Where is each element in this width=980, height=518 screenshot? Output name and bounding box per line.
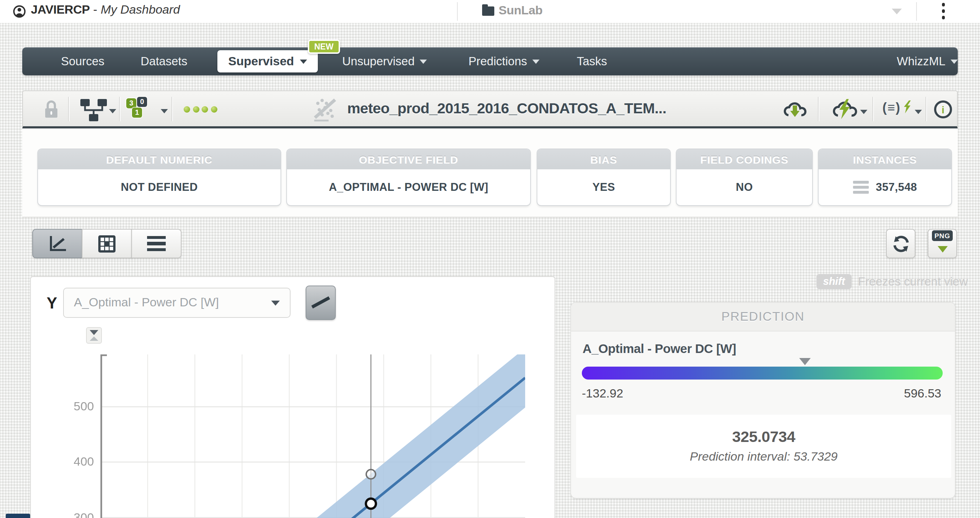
shift-hint: shift Freezes current view	[817, 274, 968, 289]
chart-view-button[interactable]	[32, 229, 83, 258]
regression-plot[interactable]	[100, 354, 525, 518]
hint-text: Freezes current view	[858, 275, 968, 288]
shift-key-badge: shift	[817, 274, 851, 289]
nav-tasks[interactable]: Tasks	[577, 48, 607, 75]
interval-value: 53.7329	[794, 450, 838, 464]
refresh-icon	[891, 234, 910, 253]
chart-view-icon	[48, 235, 67, 253]
toolbar-separator	[872, 97, 873, 121]
card-field-codings: FIELD CODINGS NO	[676, 149, 812, 205]
user-avatar-icon[interactable]	[13, 5, 26, 18]
card-instances: INSTANCES 357,548	[819, 149, 951, 205]
model-tree-icon[interactable]	[80, 99, 107, 121]
prediction-value-box: 325.0734 Prediction interval: 53.7329	[576, 415, 951, 478]
prediction-args-icon[interactable]: (≡)	[883, 100, 912, 116]
card-label: INSTANCES	[819, 149, 951, 169]
y-axis-line	[101, 355, 107, 518]
header-divider	[457, 2, 458, 21]
confidence-band	[316, 354, 525, 518]
card-value: NOT DEFINED	[38, 169, 280, 205]
project-dropdown-caret[interactable]	[892, 9, 902, 14]
card-value: A_OPTIMAL - POWER DC [W]	[287, 169, 530, 205]
top-header: JAVIERCP - My Dashboard SunLab	[0, 0, 980, 23]
nav-supervised[interactable]: Supervised	[217, 50, 318, 73]
card-label: OBJECTIVE FIELD	[287, 149, 530, 169]
project-name[interactable]: SunLab	[499, 3, 542, 18]
list-view-button[interactable]	[131, 229, 181, 258]
range-min: -132.92	[582, 387, 623, 401]
interval-label: Prediction interval:	[690, 450, 790, 464]
y-tick-400: 400	[58, 455, 94, 469]
card-value: NO	[676, 169, 812, 205]
new-badge: NEW	[308, 40, 340, 54]
refresh-button[interactable]	[886, 229, 915, 258]
card-bias: BIAS YES	[537, 149, 670, 205]
collapse-axis-button[interactable]	[86, 327, 102, 344]
rows-icon	[853, 181, 869, 194]
card-default-numeric: DEFAULT NUMERIC NOT DEFINED	[38, 149, 280, 205]
chevron-down-icon	[951, 59, 958, 64]
card-value: YES	[537, 169, 670, 205]
download-icon[interactable]	[782, 98, 808, 120]
info-icon[interactable]: i	[934, 100, 952, 118]
triangle-up-icon	[90, 337, 98, 341]
triangle-down-icon	[90, 330, 98, 335]
nav-sources[interactable]: Sources	[61, 48, 104, 75]
resource-toolbar: 3 0 1 meteo_prod_2015_2016_CONDATOS_A_TE…	[22, 91, 958, 129]
chevron-down-icon	[300, 59, 307, 64]
table-view-button[interactable]	[82, 229, 132, 258]
summary-section: DEFAULT NUMERIC NOT DEFINED OBJECTIVE FI…	[22, 129, 958, 218]
more-menu-icon[interactable]	[940, 3, 946, 19]
y-field-value: A_Optimal - Power DC [W]	[74, 296, 219, 310]
toolbar-separator	[68, 97, 69, 121]
username: JAVIERCP	[31, 3, 90, 16]
gradient-marker-icon[interactable]	[799, 358, 811, 365]
project-folder-icon	[482, 6, 494, 16]
interval-upper-marker	[366, 470, 375, 479]
nav-predictions[interactable]: Predictions	[468, 48, 539, 75]
regression-line-button[interactable]	[305, 286, 336, 320]
header-divider	[916, 2, 917, 21]
dashboard-title: JAVIERCP - My Dashboard	[31, 3, 180, 17]
card-objective-field: OBJECTIVE FIELD A_OPTIMAL - POWER DC [W]	[287, 149, 530, 205]
prediction-point-marker	[366, 499, 376, 508]
prediction-value: 325.0734	[576, 428, 951, 446]
card-label: DEFAULT NUMERIC	[38, 149, 280, 169]
nav-unsupervised[interactable]: Unsupervised	[342, 48, 427, 75]
list-view-icon	[147, 236, 166, 251]
prediction-panel: PREDICTION A_Optimal - Power DC [W] -132…	[570, 302, 956, 499]
y-tick-500: 500	[58, 400, 94, 414]
prediction-gradient-bar	[582, 367, 943, 380]
png-icon: PNG	[932, 230, 953, 253]
bottom-corner-bar	[6, 514, 30, 518]
toolbar-separator	[172, 97, 172, 121]
y-tick-300: 300	[58, 511, 94, 518]
resource-title: meteo_prod_2015_2016_CONDATOS_A_TEM...	[347, 100, 666, 117]
chevron-down-icon	[271, 300, 280, 305]
lock-icon	[45, 100, 58, 119]
y-field-select[interactable]: A_Optimal - Power DC [W]	[63, 288, 291, 318]
batch-prediction-icon[interactable]	[831, 98, 858, 121]
nav-datasets[interactable]: Datasets	[141, 48, 187, 75]
card-value: 357,548	[876, 181, 917, 194]
linear-regression-icon	[313, 98, 337, 122]
toolbar-separator	[119, 97, 120, 121]
export-png-button[interactable]: PNG	[928, 229, 957, 258]
card-label: FIELD CODINGS	[676, 149, 812, 169]
card-label: BIAS	[537, 149, 670, 169]
prediction-panel-title: PREDICTION	[571, 303, 955, 332]
workspace-name: My Dashboard	[101, 3, 180, 16]
chart-panel: Y A_Optimal - Power DC [W] 500 400 300	[30, 276, 555, 518]
range-max: 596.53	[904, 387, 941, 401]
chevron-down-icon	[915, 110, 922, 114]
chevron-down-icon	[109, 109, 116, 113]
y-axis-label: Y	[47, 294, 57, 313]
main-nav: Sources Datasets Supervised NEW Unsuperv…	[22, 48, 958, 75]
status-dots	[184, 106, 217, 113]
line-icon	[309, 288, 332, 317]
app: JAVIERCP - My Dashboard SunLab Sources D…	[0, 0, 980, 518]
toolbar-separator	[818, 97, 819, 121]
sample-icon[interactable]: 3 0 1	[126, 97, 158, 123]
chevron-down-icon	[420, 59, 427, 64]
nav-whizzml[interactable]: WhizzML	[897, 48, 958, 75]
